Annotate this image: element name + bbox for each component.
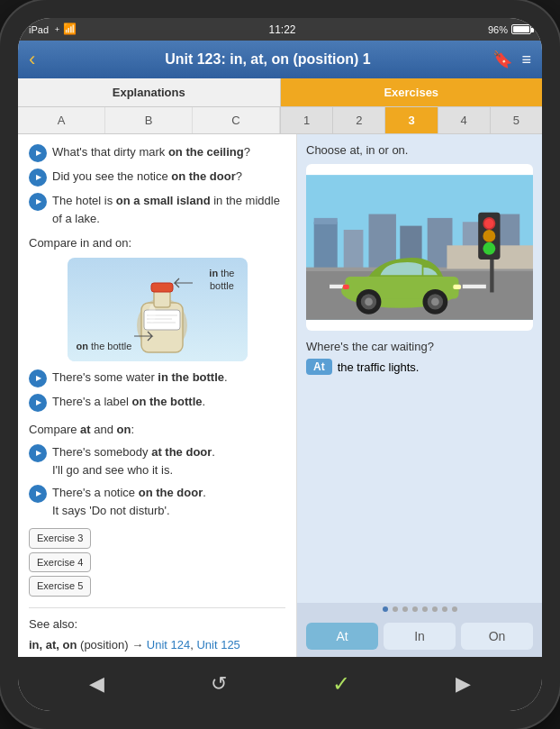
svg-rect-11 bbox=[314, 218, 338, 224]
header: ‹ Unit 123: in, at, on (position) 1 🔖 ≡ bbox=[18, 41, 542, 78]
audio-btn-2[interactable] bbox=[29, 169, 47, 187]
sentence-6: There's somebody at the door. I'll go an… bbox=[29, 443, 285, 478]
exercise-4-btn[interactable]: Exercise 4 bbox=[29, 552, 91, 573]
label-in-bottle: in thebottle bbox=[209, 267, 234, 293]
car-image-svg bbox=[306, 164, 533, 331]
audio-btn-5[interactable] bbox=[29, 394, 47, 412]
answer-buttons: At In On bbox=[297, 615, 542, 657]
sub-tab-left: A B C bbox=[18, 107, 280, 133]
sentence-1-text: What's that dirty mark on the ceiling? bbox=[52, 143, 250, 161]
audio-btn-6[interactable] bbox=[29, 444, 47, 462]
left-panel: What's that dirty mark on the ceiling? D… bbox=[18, 134, 297, 657]
sub-tab-a[interactable]: A bbox=[18, 107, 105, 133]
status-time: 11:22 bbox=[268, 23, 295, 36]
answer-text: the traffic lights. bbox=[338, 360, 420, 374]
dot-8 bbox=[452, 606, 457, 612]
exercise-5-btn[interactable]: Exercise 5 bbox=[29, 576, 91, 597]
see-also-text: in, at, on (position) → bbox=[29, 638, 147, 652]
sub-tab-right: 1 2 3 4 5 bbox=[280, 107, 542, 133]
sentence-5: There's a label on the bottle. bbox=[29, 393, 285, 412]
battery-icon bbox=[511, 24, 531, 34]
dots-row bbox=[297, 603, 542, 615]
arrow-on bbox=[132, 327, 159, 345]
exercise-3-btn[interactable]: Exercise 3 bbox=[29, 528, 91, 549]
exercise-question: Where's the car waiting? bbox=[306, 340, 533, 353]
refresh-button[interactable]: ↺ bbox=[201, 666, 237, 702]
sub-tab-4[interactable]: 4 bbox=[438, 107, 490, 133]
right-panel: Choose at, in or on. bbox=[297, 134, 542, 657]
answer-row: At the traffic lights. bbox=[306, 359, 533, 375]
sentence-7: There's a notice on the door. It says 'D… bbox=[29, 484, 285, 519]
prev-button[interactable]: ◀ bbox=[79, 666, 115, 702]
wifi-icon: ﹢📶 bbox=[52, 22, 77, 37]
unit-125-link[interactable]: Unit 125 bbox=[196, 638, 239, 652]
see-also-label: See also: bbox=[29, 615, 285, 633]
compare-at-on-label: Compare at and on: bbox=[29, 421, 285, 439]
sub-tab-5[interactable]: 5 bbox=[490, 107, 542, 133]
dot-1 bbox=[383, 606, 388, 612]
dot-4 bbox=[412, 606, 418, 612]
see-also-row: in, at, on (position) → Unit 124, Unit 1… bbox=[29, 636, 285, 654]
answer-badge: At bbox=[306, 359, 332, 375]
answer-on-btn[interactable]: On bbox=[461, 623, 533, 650]
sub-tabs: A B C 1 2 3 4 5 bbox=[18, 107, 542, 134]
bottom-toolbar: ◀ ↺ ✓ ▶ bbox=[18, 657, 542, 711]
exercise-image bbox=[306, 164, 533, 331]
sub-tab-b[interactable]: B bbox=[105, 107, 193, 133]
compare-in-on-label: Compare in and on: bbox=[29, 234, 285, 252]
exercise-buttons: Exercise 3 Exercise 4 Exercise 5 bbox=[29, 526, 285, 598]
sentence-2: Did you see the notice on the door? bbox=[29, 168, 285, 187]
bottle-diagram: in thebottle on the bottle bbox=[68, 258, 248, 361]
audio-btn-3[interactable] bbox=[29, 193, 47, 211]
audio-btn-7[interactable] bbox=[29, 485, 47, 503]
svg-rect-23 bbox=[463, 285, 486, 288]
sub-tab-2[interactable]: 2 bbox=[332, 107, 384, 133]
svg-point-28 bbox=[483, 230, 495, 242]
page-title: Unit 123: in, at, on (position) 1 bbox=[42, 51, 492, 68]
sentence-4-text: There's some water in the bottle. bbox=[52, 369, 228, 387]
check-button[interactable]: ✓ bbox=[323, 666, 359, 702]
audio-btn-1[interactable] bbox=[29, 144, 47, 162]
bookmark-icon[interactable]: 🔖 bbox=[492, 50, 512, 69]
dot-6 bbox=[432, 606, 438, 612]
exercise-content: Choose at, in or on. bbox=[297, 134, 542, 603]
dot-3 bbox=[402, 606, 408, 612]
tab-exercises[interactable]: Exercises bbox=[281, 78, 543, 106]
screen: iPad ﹢📶 11:22 96% ‹ Unit 123: in, at, on… bbox=[18, 18, 542, 711]
svg-rect-40 bbox=[343, 285, 349, 289]
arrow-in bbox=[170, 274, 197, 292]
sentence-4: There's some water in the bottle. bbox=[29, 369, 285, 387]
next-button[interactable]: ▶ bbox=[445, 666, 481, 702]
sentence-6-text: There's somebody at the door. I'll go an… bbox=[52, 443, 215, 478]
sentence-3: The hotel is on a small island in the mi… bbox=[29, 192, 285, 227]
answer-in-btn[interactable]: In bbox=[384, 623, 456, 650]
back-button[interactable]: ‹ bbox=[29, 48, 35, 71]
menu-icon[interactable]: ≡ bbox=[521, 50, 531, 69]
svg-point-30 bbox=[484, 219, 493, 228]
tab-explanations[interactable]: Explanations bbox=[18, 78, 281, 106]
ipad-device: iPad ﹢📶 11:22 96% ‹ Unit 123: in, at, on… bbox=[0, 0, 560, 729]
label-on-bottle: on the bottle bbox=[77, 339, 132, 354]
svg-point-38 bbox=[431, 298, 439, 306]
content-area: What's that dirty mark on the ceiling? D… bbox=[18, 134, 542, 657]
header-icons: 🔖 ≡ bbox=[492, 50, 531, 69]
svg-point-8 bbox=[149, 305, 156, 323]
dot-7 bbox=[442, 606, 447, 612]
answer-at-btn[interactable]: At bbox=[306, 623, 378, 650]
svg-point-29 bbox=[483, 242, 495, 255]
unit-124-link[interactable]: Unit 124 bbox=[147, 638, 190, 652]
svg-point-35 bbox=[365, 298, 373, 306]
svg-rect-39 bbox=[453, 285, 461, 289]
sentence-2-text: Did you see the notice on the door? bbox=[52, 168, 242, 186]
sub-tab-c[interactable]: C bbox=[193, 107, 280, 133]
sentence-7-text: There's a notice on the door. It says 'D… bbox=[52, 484, 206, 519]
dot-2 bbox=[393, 606, 398, 612]
sub-tab-1[interactable]: 1 bbox=[280, 107, 332, 133]
audio-btn-4[interactable] bbox=[29, 369, 47, 387]
sub-tab-3[interactable]: 3 bbox=[384, 107, 437, 133]
sentence-3-text: The hotel is on a small island in the mi… bbox=[52, 192, 285, 227]
exercise-instruction: Choose at, in or on. bbox=[306, 143, 533, 157]
dot-5 bbox=[422, 606, 428, 612]
tab-bar: Explanations Exercises bbox=[18, 78, 542, 107]
status-bar: iPad ﹢📶 11:22 96% bbox=[18, 18, 542, 41]
